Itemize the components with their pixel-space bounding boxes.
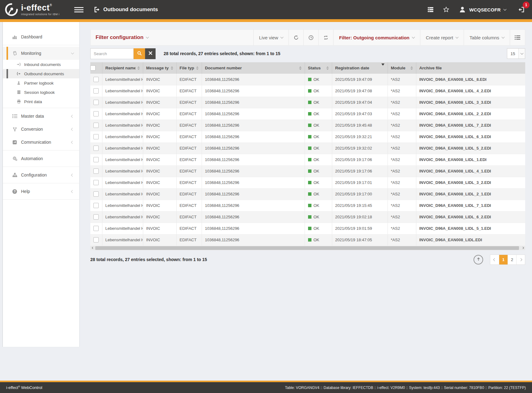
cell-module: *AS2 xyxy=(388,200,416,211)
column-header-file-type[interactable]: File type xyxy=(176,62,202,74)
row-checkbox[interactable] xyxy=(93,214,99,220)
list-view-button[interactable] xyxy=(510,30,525,45)
pagination-page-1[interactable]: 1 xyxy=(499,255,508,264)
live-view-dropdown[interactable]: Live view xyxy=(253,30,289,45)
search-icon xyxy=(137,51,142,57)
row-checkbox[interactable] xyxy=(93,146,99,151)
sidebar-item-print-data[interactable]: Print data xyxy=(3,97,79,106)
scroll-right-arrow[interactable] xyxy=(520,247,525,249)
column-header-module[interactable]: Module xyxy=(388,62,416,74)
list-icon xyxy=(12,114,17,118)
logout-button[interactable]: 1 xyxy=(517,6,525,13)
cell-select xyxy=(90,200,102,211)
row-checkbox[interactable] xyxy=(93,134,99,139)
column-header-registration-date[interactable]: Registration date xyxy=(332,62,388,74)
cell-select xyxy=(90,211,102,223)
column-header-recipient-name[interactable]: Recipient name xyxy=(102,62,143,74)
hamburger-menu-icon[interactable] xyxy=(74,7,84,12)
row-checkbox[interactable] xyxy=(93,157,99,162)
book-icon xyxy=(12,51,17,56)
cell-status: OK xyxy=(305,211,332,223)
table-columns-dropdown[interactable]: Table columns xyxy=(464,30,510,45)
chevron-down-icon xyxy=(518,49,525,59)
sidebar-item-label: Session logbook xyxy=(24,90,55,95)
row-checkbox[interactable] xyxy=(93,168,99,174)
sort-icon xyxy=(324,66,329,70)
cell-message-type: INVOIC xyxy=(143,200,176,211)
sidebar-item-dashboard[interactable]: Dashboard xyxy=(3,30,79,43)
sidebar-item-help[interactable]: ? Help xyxy=(3,185,79,198)
search-button[interactable] xyxy=(134,48,145,59)
row-checkbox[interactable] xyxy=(93,111,99,116)
cell-message-type: INVOIC xyxy=(143,223,176,234)
footer-system-info: Table: VORGANGV4 :: Database library: IE… xyxy=(285,386,526,390)
footer-status-bar: i-effect® WebControl Table: VORGANGV4 ::… xyxy=(0,381,532,393)
sidebar-item-master-data[interactable]: Master data xyxy=(3,110,79,123)
user-menu[interactable]: WCQSECOFR xyxy=(459,6,506,13)
history-button[interactable] xyxy=(303,30,318,45)
sidebar-item-configuration[interactable]: Configuration xyxy=(3,168,79,181)
refresh-button[interactable] xyxy=(289,30,303,45)
sidebar-item-automation[interactable]: Automation xyxy=(3,152,79,165)
row-checkbox[interactable] xyxy=(93,77,99,82)
bar-chart-icon xyxy=(12,35,17,39)
cell-module: *AS2 xyxy=(388,97,416,108)
cell-module: *AS2 xyxy=(388,142,416,154)
row-checkbox[interactable] xyxy=(93,88,99,94)
column-header-message-type[interactable]: Message type xyxy=(143,62,176,74)
row-checkbox[interactable] xyxy=(93,100,99,105)
row-checkbox[interactable] xyxy=(93,180,99,185)
row-checkbox[interactable] xyxy=(93,203,99,208)
sidebar-item-outbound-documents[interactable]: Outbound documents xyxy=(3,69,79,78)
sidebar-item-inbound-documents[interactable]: Inbound documents xyxy=(3,60,79,69)
sidebar-item-label: Monitoring xyxy=(21,51,41,56)
row-checkbox[interactable] xyxy=(93,237,99,242)
select-all-checkbox[interactable] xyxy=(90,65,96,71)
table-row: Lebensmittelhandel Horst Hu INVOIC EDIFA… xyxy=(90,131,525,142)
row-checkbox[interactable] xyxy=(93,226,99,231)
cell-document-number: 1036848,11256296 xyxy=(202,188,305,200)
scroll-left-arrow[interactable] xyxy=(90,247,95,249)
cell-module: *AS2 xyxy=(388,223,416,234)
accent-strip xyxy=(0,19,532,22)
active-filter-label: Filter: Outgoing communication xyxy=(339,35,410,40)
pagination-next-button[interactable] xyxy=(516,255,525,264)
favorite-star-icon[interactable] xyxy=(443,7,449,13)
sidebar-item-session-logbook[interactable]: Session logbook xyxy=(3,88,79,97)
sidebar-item-partner-logbook[interactable]: Partner logbook xyxy=(3,78,79,88)
status-ok-icon xyxy=(308,146,311,150)
row-checkbox[interactable] xyxy=(93,191,99,197)
search-input[interactable] xyxy=(90,48,134,59)
sidebar-item-conversion[interactable]: Conversion xyxy=(3,123,79,136)
cell-status: OK xyxy=(305,223,332,234)
sidebar-item-monitoring[interactable]: Monitoring xyxy=(3,47,79,60)
filter-configuration-dropdown[interactable]: Filter configuration xyxy=(91,30,253,45)
table-row: Lebensmittelhandel Horst Hu INVOIC EDIFA… xyxy=(90,211,525,223)
server-icon[interactable] xyxy=(427,7,434,12)
chevron-down-icon xyxy=(146,35,149,38)
pagination-prev-button[interactable] xyxy=(490,255,499,264)
page-size-select[interactable]: 15 xyxy=(507,48,525,59)
cell-file-type: EDIFACT xyxy=(176,177,202,188)
cell-archive-file: INVOIC_D96A_EAN008_LIDL_2_2.EDI xyxy=(416,108,525,120)
cell-registration-date: 2021/05/19 18:47:05 xyxy=(332,234,388,246)
column-header-document-number[interactable]: Document number xyxy=(202,62,305,74)
active-filter-dropdown[interactable]: Filter: Outgoing communication xyxy=(333,30,420,45)
cell-recipient-name: Lebensmittelhandel Horst Hu xyxy=(102,120,143,131)
scrollbar-thumb[interactable] xyxy=(95,246,519,250)
table-row: Lebensmittelhandel Horst Hu INVOIC EDIFA… xyxy=(90,85,525,97)
cell-select xyxy=(90,223,102,234)
repeat-button[interactable] xyxy=(318,30,333,45)
column-header-status[interactable]: Status xyxy=(305,62,332,74)
scroll-to-top-button[interactable] xyxy=(474,255,483,264)
create-report-dropdown[interactable]: Create report xyxy=(420,30,464,45)
row-checkbox[interactable] xyxy=(93,123,99,128)
sidebar-item-communication[interactable]: Communication xyxy=(3,136,79,149)
clear-search-button[interactable] xyxy=(145,48,156,59)
page: i-effect® integrated solutions for IBM i… xyxy=(0,0,532,393)
cell-recipient-name: Lebensmittelhandel Horst Hu xyxy=(102,131,143,142)
column-header-archive-file[interactable]: Archive file xyxy=(416,62,525,74)
cell-file-type: EDIFACT xyxy=(176,120,202,131)
pagination-page-2[interactable]: 2 xyxy=(508,255,516,264)
cell-document-number: 1036848,11256296 xyxy=(202,234,305,246)
